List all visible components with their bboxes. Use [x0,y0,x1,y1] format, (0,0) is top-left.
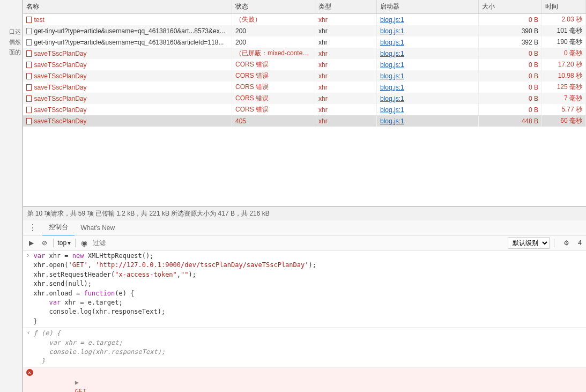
document-icon [26,73,32,79]
live-expression-icon[interactable]: ◉ [80,239,88,247]
initiator-link[interactable]: blog.js:1 [380,50,404,57]
col-size[interactable]: 大小 [479,0,542,14]
document-icon [26,84,32,91]
network-table: 名称 状态 类型 启动器 大小 时间 test（失败）xhrblog.js:10… [23,0,587,206]
table-row[interactable]: saveTSscPlanDayCORS 错误xhrblog.js:10 B125… [23,82,586,93]
error-row[interactable]: ✕ ▶ GET http://127.0.0.1:9000/dev/tsscPl… [23,368,587,392]
table-row[interactable]: saveTSscPlanDayCORS 错误xhrblog.js:10 B10.… [23,70,586,82]
settings-icon[interactable]: ⚙ [562,239,570,247]
table-row[interactable]: saveTSscPlanDay（已屏蔽：mixed-content...xhrb… [23,48,586,59]
document-icon [26,50,32,57]
error-icon: ✕ [26,369,33,376]
document-icon [26,39,32,46]
document-icon [26,17,32,23]
initiator-link[interactable]: blog.js:1 [380,84,404,91]
col-time[interactable]: 时间 [542,0,586,14]
initiator-link[interactable]: blog.js:1 [380,95,404,102]
side-fragment: 口运 偶然 面的 [0,0,23,392]
tab-console[interactable]: 控制台 [42,219,75,236]
initiator-link[interactable]: blog.js:1 [380,106,404,114]
initiator-link[interactable]: blog.js:1 [380,72,404,80]
document-icon [26,62,32,68]
col-status[interactable]: 状态 [232,0,315,14]
log-level-selector[interactable]: 默认级别 [508,237,550,249]
table-row[interactable]: saveTSscPlanDayCORS 错误xhrblog.js:10 B5.7… [23,104,586,115]
issue-count[interactable]: 4 [578,239,582,247]
document-icon [26,118,32,124]
col-initiator[interactable]: 启动器 [377,0,479,14]
table-row[interactable]: get-tiny-url?type=article&username=qq_46… [23,25,586,36]
document-icon [26,95,32,102]
replay-icon[interactable]: ▶ [27,239,36,247]
network-summary: 第 10 项请求，共 59 项 已传输 1.2 kB，共 221 kB 所选资源… [23,206,587,220]
clear-console-icon[interactable]: ⊘ [40,239,49,247]
prompt-icon: › [26,252,34,259]
table-row[interactable]: saveTSscPlanDay405xhrblog.js:1448 B60 毫秒 [23,115,586,127]
initiator-link[interactable]: blog.js:1 [380,27,404,35]
initiator-link[interactable]: blog.js:1 [380,16,404,24]
drawer-tabs: ⋮ 控制台 What's New [23,220,587,235]
initiator-link[interactable]: blog.js:1 [380,117,404,125]
context-selector[interactable]: top [58,239,71,247]
table-row[interactable]: saveTSscPlanDayCORS 错误xhrblog.js:10 B17.… [23,59,586,70]
col-name[interactable]: 名称 [23,0,232,14]
output-icon: ‹ [26,329,34,336]
initiator-link[interactable]: blog.js:1 [380,61,404,69]
document-icon [26,28,32,34]
document-icon [26,107,32,113]
code-input[interactable]: var xhr = new XMLHttpRequest(); xhr.open… [34,252,583,326]
console-body: › var xhr = new XMLHttpRequest(); xhr.op… [23,250,587,392]
drawer-menu-icon[interactable]: ⋮ [23,223,42,233]
console-toolbar: ▶ ⊘ top ◉ 默认级别 ⚙ 4 [23,235,587,250]
initiator-link[interactable]: blog.js:1 [380,39,404,46]
table-row[interactable]: get-tiny-url?type=article&username=qq_46… [23,36,586,48]
console-filter-input[interactable] [93,239,503,247]
annotation-arrows [23,127,587,206]
fn-output: ƒ (e) { var xhr = e.target; console.log(… [34,329,583,366]
col-type[interactable]: 类型 [315,0,377,14]
table-row[interactable]: saveTSscPlanDayCORS 错误xhrblog.js:10 B7 毫… [23,93,586,104]
table-row[interactable]: test（失败）xhrblog.js:10 B2.03 秒 [23,14,586,26]
tab-whatsnew[interactable]: What's New [75,221,122,235]
